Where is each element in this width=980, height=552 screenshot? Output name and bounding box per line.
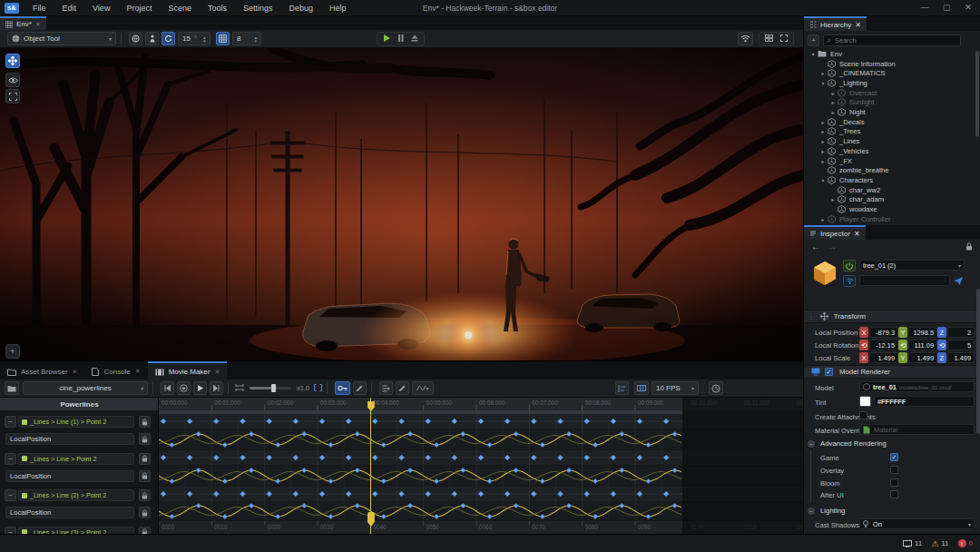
tree-item-overcast[interactable]: ▸Overcast xyxy=(804,88,976,98)
close-button[interactable]: ✕ xyxy=(958,0,978,15)
tree-expand-icon[interactable]: ▸ xyxy=(819,138,827,144)
transform-z-value[interactable]: 2 xyxy=(947,327,975,338)
tree-item-env[interactable]: ▾Env xyxy=(804,49,976,59)
cast-shadows-select[interactable]: On ▾ xyxy=(859,518,975,529)
lock-property-button[interactable] xyxy=(139,507,151,518)
checkbox-after-ui[interactable] xyxy=(890,490,898,498)
tree-expand-icon[interactable]: ▸ xyxy=(819,128,827,134)
lock-track-button[interactable] xyxy=(139,416,151,428)
frame-tool-button[interactable] xyxy=(5,89,20,104)
translate-tool-button[interactable] xyxy=(5,54,20,68)
snap-mode-button[interactable] xyxy=(615,381,629,395)
open-clip-button[interactable] xyxy=(5,381,19,395)
tree-expand-icon[interactable]: ▸ xyxy=(829,90,837,96)
stepper-icon[interactable]: ▴▾ xyxy=(203,35,206,43)
warnings-indicator[interactable]: ⚠ 11 xyxy=(931,539,948,548)
playback-speed-slider[interactable] xyxy=(250,387,291,389)
menu-project[interactable]: Project xyxy=(118,0,160,16)
tree-item-scene-information[interactable]: Scene Information xyxy=(804,59,976,69)
frame-snap-button[interactable] xyxy=(634,381,649,395)
collapse-track-button[interactable]: − xyxy=(5,489,16,501)
curve-mode-button[interactable]: ▾ xyxy=(412,381,434,395)
lock-inspector-button[interactable] xyxy=(965,242,973,252)
tree-item-characters[interactable]: ▾Characters xyxy=(804,175,976,185)
close-icon[interactable]: ✕ xyxy=(35,21,41,28)
checkbox-bloom[interactable] xyxy=(890,478,898,487)
tree-item--vehicles[interactable]: ▸_Vehicles xyxy=(804,146,976,156)
tree-item--cinematics[interactable]: ▸_CINEMATICS xyxy=(804,68,976,78)
track-group-name[interactable]: _Lines > Line (1) > Point 2 xyxy=(18,416,134,428)
checkbox-game[interactable]: ✓ xyxy=(890,453,898,461)
close-icon[interactable]: ✕ xyxy=(855,21,861,29)
fullscreen-button[interactable] xyxy=(777,34,791,44)
eject-button[interactable] xyxy=(407,34,422,44)
tree-item--decals[interactable]: ▸_Decals xyxy=(804,117,976,127)
tree-expand-icon[interactable]: ▸ xyxy=(819,158,827,164)
transform-x-value[interactable]: -879.3 xyxy=(869,327,898,338)
menu-view[interactable]: View xyxy=(84,0,118,16)
transform-y-value[interactable]: 1298.5 xyxy=(908,327,937,338)
tree-collapse-icon[interactable]: ▾ xyxy=(819,80,827,86)
track-group-name[interactable]: _Lines > Line (3) > Point 2 xyxy=(18,527,134,535)
tree-item--lighting[interactable]: ▾_Lighting xyxy=(804,78,976,88)
tree-item-char-ww2[interactable]: char_ww2 xyxy=(804,185,976,195)
transform-z-value[interactable]: 5 xyxy=(947,340,975,350)
go-to-start-button[interactable] xyxy=(161,381,174,395)
collapse-track-button[interactable]: − xyxy=(5,416,16,428)
tree-expand-icon[interactable]: ▸ xyxy=(829,109,837,115)
fps-select[interactable]: 10 FPS▾ xyxy=(652,381,699,395)
tree-expand-icon[interactable]: ▸ xyxy=(819,148,827,154)
collapse-track-button[interactable]: − xyxy=(5,453,16,465)
tree-expand-icon[interactable]: ▸ xyxy=(819,119,827,125)
history-button[interactable] xyxy=(709,381,723,395)
collapse-track-button[interactable]: − xyxy=(5,527,16,535)
tag-input[interactable] xyxy=(859,275,950,286)
rotation-snap-toggle[interactable] xyxy=(162,32,175,45)
slider-handle[interactable] xyxy=(271,384,276,392)
create-attachments-checkbox[interactable] xyxy=(859,411,867,419)
lighting-header[interactable]: − Lighting xyxy=(808,507,845,515)
local-space-button[interactable] xyxy=(145,32,159,45)
timeline-area[interactable]: 00:00.00000:01.00000:02.00000:03.00000:0… xyxy=(159,398,803,534)
hierarchy-scrollbar[interactable] xyxy=(975,51,979,137)
play-button[interactable] xyxy=(379,34,394,44)
draw-keys-button[interactable] xyxy=(396,381,409,395)
maximize-button[interactable]: ▢ xyxy=(936,0,956,15)
menu-scene[interactable]: Scene xyxy=(160,0,200,16)
tree-item-sunlight[interactable]: ▸Sunlight xyxy=(804,98,976,108)
tree-item--fx[interactable]: ▸_FX xyxy=(804,156,976,166)
mm-play-button[interactable] xyxy=(193,381,207,395)
track-group-header[interactable]: Powerlines xyxy=(0,398,159,410)
component-enabled-checkbox[interactable]: ✓ xyxy=(825,368,833,376)
track-group-name[interactable]: _Lines > Line > Point 2 xyxy=(18,453,134,465)
add-gameobject-button[interactable]: + xyxy=(808,34,819,46)
grid-size-value[interactable]: 8 ▴▾ xyxy=(232,32,261,45)
tree-item-player-controller[interactable]: ▸Player Controller xyxy=(804,214,976,224)
go-to-end-button[interactable] xyxy=(210,381,223,395)
menu-file[interactable]: File xyxy=(24,0,54,16)
world-space-button[interactable] xyxy=(129,32,142,45)
loop-range-button[interactable] xyxy=(235,384,244,393)
transform-y-value[interactable]: 111.09 xyxy=(908,340,937,350)
menu-debug[interactable]: Debug xyxy=(280,0,321,16)
tree-item--trees[interactable]: ▸_Trees xyxy=(804,127,976,137)
add-track-button[interactable] xyxy=(379,381,393,395)
tree-expand-icon[interactable]: ▸ xyxy=(819,216,827,222)
advanced-rendering-header[interactable]: − Advanced Rendering xyxy=(808,439,887,448)
tab-movie-maker[interactable]: Movie Maker✕ xyxy=(148,361,228,380)
lock-track-button[interactable] xyxy=(139,489,151,501)
tool-select[interactable]: Object Tool ▾ xyxy=(7,32,116,45)
visibility-tool-button[interactable] xyxy=(5,73,20,87)
tree-item--lines[interactable]: ▸_Lines xyxy=(804,136,976,146)
viewport-tab-env[interactable]: Env* ✕ xyxy=(0,16,46,30)
object-name-field[interactable]: tree_01 (2) ▾ xyxy=(859,260,965,271)
tree-item-woodaxe[interactable]: woodaxe xyxy=(804,204,976,214)
tint-hex-field[interactable]: #FFFFFF xyxy=(874,396,975,407)
lock-property-button[interactable] xyxy=(139,470,151,482)
tag-submit-button[interactable] xyxy=(952,275,965,287)
keyframe-mode-button[interactable] xyxy=(335,381,350,395)
nav-back-button[interactable]: ← xyxy=(811,242,820,251)
record-button[interactable] xyxy=(177,381,191,395)
network-status-button[interactable] xyxy=(738,32,753,45)
pause-button[interactable] xyxy=(394,34,407,44)
